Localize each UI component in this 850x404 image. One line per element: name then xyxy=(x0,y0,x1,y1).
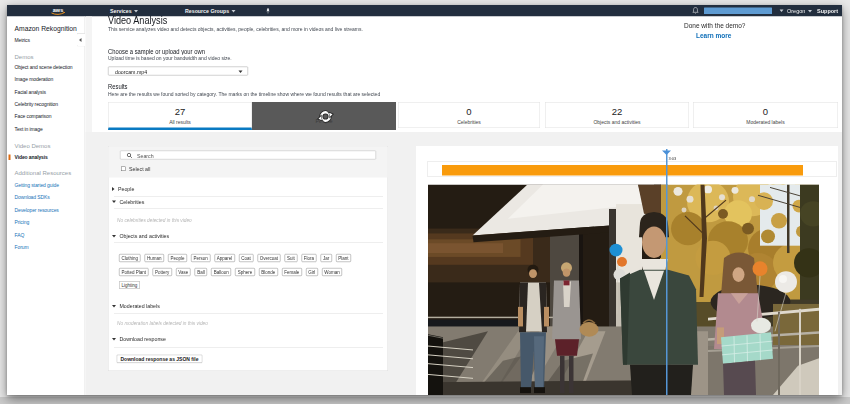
svg-text:aws: aws xyxy=(53,7,63,13)
